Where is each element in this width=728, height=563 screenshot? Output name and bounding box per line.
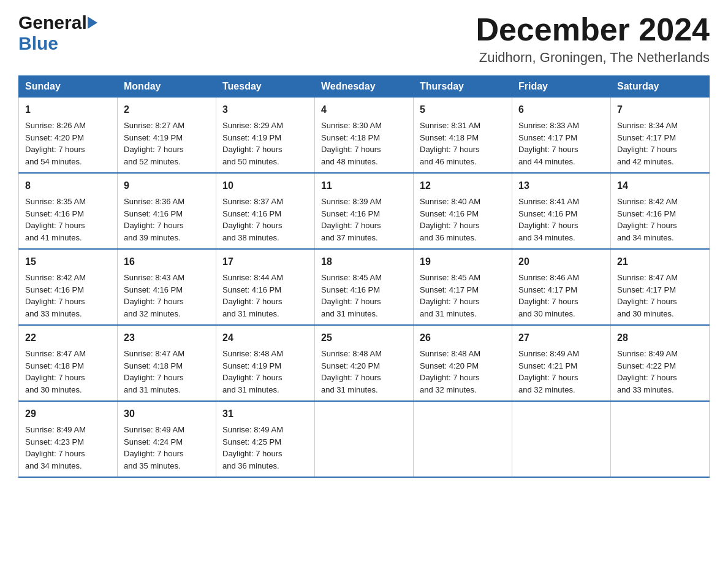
day-number: 9 <box>124 178 210 193</box>
logo: General Blue <box>18 12 98 54</box>
logo-blue-text: Blue <box>18 33 58 53</box>
calendar-cell: 30Sunrise: 8:49 AM Sunset: 4:24 PM Dayli… <box>118 401 216 477</box>
day-number: 25 <box>321 331 407 345</box>
calendar-cell: 27Sunrise: 8:49 AM Sunset: 4:21 PM Dayli… <box>512 325 611 401</box>
day-info: Sunrise: 8:49 AM Sunset: 4:21 PM Dayligh… <box>518 348 604 396</box>
calendar-cell: 22Sunrise: 8:47 AM Sunset: 4:18 PM Dayli… <box>19 325 118 401</box>
calendar-cell: 26Sunrise: 8:48 AM Sunset: 4:20 PM Dayli… <box>414 325 512 401</box>
day-number: 8 <box>25 178 111 193</box>
day-number: 19 <box>420 255 506 269</box>
day-info: Sunrise: 8:33 AM Sunset: 4:17 PM Dayligh… <box>518 120 604 167</box>
day-number: 5 <box>420 102 506 117</box>
day-info: Sunrise: 8:42 AM Sunset: 4:16 PM Dayligh… <box>25 272 111 320</box>
day-info: Sunrise: 8:49 AM Sunset: 4:23 PM Dayligh… <box>25 424 111 472</box>
column-header-tuesday: Tuesday <box>216 76 315 98</box>
day-info: Sunrise: 8:45 AM Sunset: 4:17 PM Dayligh… <box>420 272 506 320</box>
day-info: Sunrise: 8:49 AM Sunset: 4:25 PM Dayligh… <box>222 424 308 472</box>
day-info: Sunrise: 8:47 AM Sunset: 4:17 PM Dayligh… <box>617 272 703 320</box>
day-info: Sunrise: 8:49 AM Sunset: 4:22 PM Dayligh… <box>617 348 703 396</box>
calendar-cell: 19Sunrise: 8:45 AM Sunset: 4:17 PM Dayli… <box>414 249 512 325</box>
day-number: 2 <box>124 102 210 117</box>
title-block: December 2024 Zuidhorn, Groningen, The N… <box>476 12 710 66</box>
day-number: 10 <box>222 178 308 193</box>
day-info: Sunrise: 8:48 AM Sunset: 4:20 PM Dayligh… <box>321 348 407 396</box>
calendar-cell <box>611 401 710 477</box>
calendar-cell: 25Sunrise: 8:48 AM Sunset: 4:20 PM Dayli… <box>315 325 414 401</box>
calendar-cell: 23Sunrise: 8:47 AM Sunset: 4:18 PM Dayli… <box>118 325 216 401</box>
calendar-week-row: 22Sunrise: 8:47 AM Sunset: 4:18 PM Dayli… <box>19 325 710 401</box>
calendar-cell: 1Sunrise: 8:26 AM Sunset: 4:20 PM Daylig… <box>19 98 118 174</box>
calendar-cell: 5Sunrise: 8:31 AM Sunset: 4:18 PM Daylig… <box>414 98 512 174</box>
day-info: Sunrise: 8:41 AM Sunset: 4:16 PM Dayligh… <box>518 196 604 243</box>
day-number: 17 <box>222 255 308 269</box>
day-info: Sunrise: 8:37 AM Sunset: 4:16 PM Dayligh… <box>222 196 308 243</box>
calendar-cell: 3Sunrise: 8:29 AM Sunset: 4:19 PM Daylig… <box>216 98 315 174</box>
day-number: 29 <box>25 407 111 421</box>
day-info: Sunrise: 8:46 AM Sunset: 4:17 PM Dayligh… <box>518 272 604 320</box>
day-number: 13 <box>518 178 604 193</box>
calendar-cell: 10Sunrise: 8:37 AM Sunset: 4:16 PM Dayli… <box>216 173 315 249</box>
calendar-cell: 13Sunrise: 8:41 AM Sunset: 4:16 PM Dayli… <box>512 173 611 249</box>
calendar-cell: 15Sunrise: 8:42 AM Sunset: 4:16 PM Dayli… <box>19 249 118 325</box>
day-number: 27 <box>518 331 604 345</box>
calendar-cell: 16Sunrise: 8:43 AM Sunset: 4:16 PM Dayli… <box>118 249 216 325</box>
calendar-cell: 21Sunrise: 8:47 AM Sunset: 4:17 PM Dayli… <box>611 249 710 325</box>
calendar-cell <box>414 401 512 477</box>
day-info: Sunrise: 8:26 AM Sunset: 4:20 PM Dayligh… <box>25 120 111 167</box>
column-header-monday: Monday <box>118 76 216 98</box>
day-number: 18 <box>321 255 407 269</box>
day-info: Sunrise: 8:42 AM Sunset: 4:16 PM Dayligh… <box>617 196 703 243</box>
day-info: Sunrise: 8:35 AM Sunset: 4:16 PM Dayligh… <box>25 196 111 243</box>
calendar-cell: 8Sunrise: 8:35 AM Sunset: 4:16 PM Daylig… <box>19 173 118 249</box>
day-info: Sunrise: 8:39 AM Sunset: 4:16 PM Dayligh… <box>321 196 407 243</box>
column-header-sunday: Sunday <box>19 76 118 98</box>
day-info: Sunrise: 8:49 AM Sunset: 4:24 PM Dayligh… <box>124 424 210 472</box>
day-number: 28 <box>617 331 703 345</box>
day-number: 4 <box>321 102 407 117</box>
column-header-wednesday: Wednesday <box>315 76 414 98</box>
logo-triangle-icon <box>88 17 97 29</box>
day-number: 31 <box>222 407 308 421</box>
day-info: Sunrise: 8:34 AM Sunset: 4:17 PM Dayligh… <box>617 120 703 167</box>
calendar-cell: 14Sunrise: 8:42 AM Sunset: 4:16 PM Dayli… <box>611 173 710 249</box>
day-info: Sunrise: 8:47 AM Sunset: 4:18 PM Dayligh… <box>124 348 210 396</box>
column-header-saturday: Saturday <box>611 76 710 98</box>
calendar-cell: 9Sunrise: 8:36 AM Sunset: 4:16 PM Daylig… <box>118 173 216 249</box>
calendar-week-row: 8Sunrise: 8:35 AM Sunset: 4:16 PM Daylig… <box>19 173 710 249</box>
calendar-cell: 18Sunrise: 8:45 AM Sunset: 4:16 PM Dayli… <box>315 249 414 325</box>
day-number: 7 <box>617 102 703 117</box>
day-info: Sunrise: 8:36 AM Sunset: 4:16 PM Dayligh… <box>124 196 210 243</box>
day-number: 20 <box>518 255 604 269</box>
day-info: Sunrise: 8:30 AM Sunset: 4:18 PM Dayligh… <box>321 120 407 167</box>
calendar-cell <box>315 401 414 477</box>
day-info: Sunrise: 8:43 AM Sunset: 4:16 PM Dayligh… <box>124 272 210 320</box>
calendar-header-row: SundayMondayTuesdayWednesdayThursdayFrid… <box>19 76 710 98</box>
day-info: Sunrise: 8:40 AM Sunset: 4:16 PM Dayligh… <box>420 196 506 243</box>
main-title: December 2024 <box>476 12 710 47</box>
day-number: 30 <box>124 407 210 421</box>
day-info: Sunrise: 8:31 AM Sunset: 4:18 PM Dayligh… <box>420 120 506 167</box>
calendar-cell: 6Sunrise: 8:33 AM Sunset: 4:17 PM Daylig… <box>512 98 611 174</box>
calendar-cell: 20Sunrise: 8:46 AM Sunset: 4:17 PM Dayli… <box>512 249 611 325</box>
day-number: 16 <box>124 255 210 269</box>
day-number: 23 <box>124 331 210 345</box>
day-number: 3 <box>222 102 308 117</box>
calendar-cell <box>512 401 611 477</box>
day-number: 6 <box>518 102 604 117</box>
calendar-cell: 2Sunrise: 8:27 AM Sunset: 4:19 PM Daylig… <box>118 98 216 174</box>
calendar-cell: 7Sunrise: 8:34 AM Sunset: 4:17 PM Daylig… <box>611 98 710 174</box>
calendar-cell: 17Sunrise: 8:44 AM Sunset: 4:16 PM Dayli… <box>216 249 315 325</box>
calendar-week-row: 15Sunrise: 8:42 AM Sunset: 4:16 PM Dayli… <box>19 249 710 325</box>
day-info: Sunrise: 8:27 AM Sunset: 4:19 PM Dayligh… <box>124 120 210 167</box>
day-number: 24 <box>222 331 308 345</box>
calendar-cell: 29Sunrise: 8:49 AM Sunset: 4:23 PM Dayli… <box>19 401 118 477</box>
day-info: Sunrise: 8:44 AM Sunset: 4:16 PM Dayligh… <box>222 272 308 320</box>
calendar-cell: 31Sunrise: 8:49 AM Sunset: 4:25 PM Dayli… <box>216 401 315 477</box>
page-header: General Blue December 2024 Zuidhorn, Gro… <box>18 12 710 66</box>
day-number: 15 <box>25 255 111 269</box>
column-header-thursday: Thursday <box>414 76 512 98</box>
calendar-cell: 28Sunrise: 8:49 AM Sunset: 4:22 PM Dayli… <box>611 325 710 401</box>
day-number: 22 <box>25 331 111 345</box>
day-info: Sunrise: 8:48 AM Sunset: 4:19 PM Dayligh… <box>222 348 308 396</box>
day-number: 11 <box>321 178 407 193</box>
